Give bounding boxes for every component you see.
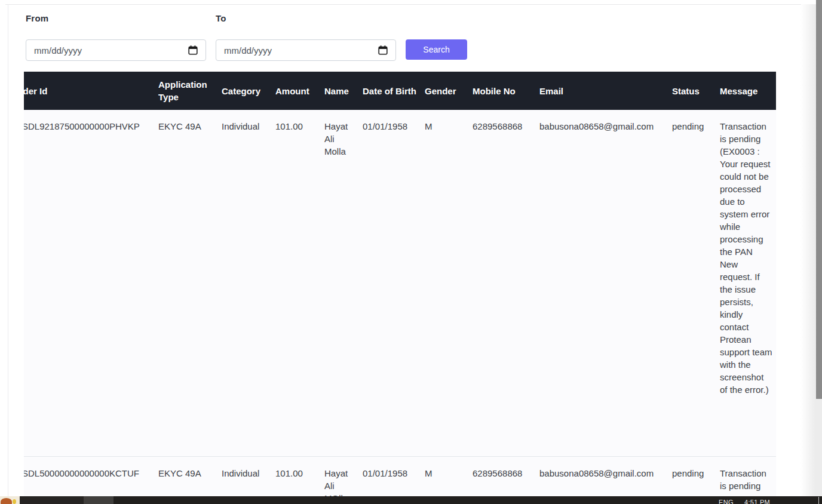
column-header-email: Email [538, 85, 670, 97]
column-header-amount: Amount [274, 85, 323, 97]
gender-cell: M [423, 467, 471, 480]
app-icon-accent [13, 499, 16, 504]
column-header-status: Status [670, 85, 718, 97]
to-label: To [216, 13, 226, 23]
column-header-date-of-birth: Date of Birth [361, 85, 423, 97]
name-cell: Hayat Ali Molla [323, 120, 361, 158]
taskbar-app-icon[interactable] [0, 496, 20, 504]
date-of-birth-cell: 01/01/1958 [361, 120, 423, 133]
from-date-field [26, 39, 206, 61]
mobile-no-cell: 6289568868 [471, 120, 538, 133]
application-type-cell: EKYC 49A [157, 467, 220, 480]
page-card-top-border [5, 4, 801, 5]
column-header-mobile-no: Mobile No [471, 85, 538, 97]
column-header-gender: Gender [423, 85, 471, 97]
date-of-birth-cell: 01/01/1958 [361, 467, 423, 480]
vertical-scrollbar-thumb[interactable] [816, 0, 822, 399]
page-card-left-border [8, 5, 8, 496]
email-cell: babusona08658@gmail.com [538, 120, 670, 133]
show-desktop-divider[interactable] [818, 497, 819, 504]
vertical-scrollbar-track[interactable] [816, 399, 822, 496]
message-cell: Transaction is pending (EX0003 : Your re… [718, 120, 776, 396]
email-cell: babusona08658@gmail.com [538, 467, 670, 480]
category-cell: Individual [220, 120, 274, 133]
app-icon [1, 498, 12, 504]
search-button[interactable]: Search [406, 39, 467, 60]
column-header-category: Category [220, 85, 274, 97]
order-id-cell: SDL50000000000000KCTUF [24, 467, 157, 480]
taskbar-segment [20, 496, 84, 504]
message-cell: Transaction is pending [718, 467, 776, 492]
taskbar[interactable]: ENG 4:51 PM [0, 496, 822, 504]
category-cell: Individual [220, 467, 274, 480]
taskbar-clock[interactable]: 4:51 PM [744, 499, 770, 504]
results-table: Order Id Application Type Category Amoun… [24, 72, 776, 504]
gender-cell: M [423, 120, 471, 133]
column-header-message: Message [718, 85, 776, 97]
calendar-icon[interactable] [188, 45, 198, 55]
column-header-order-id: Order Id [24, 85, 157, 97]
table-header-row: Order Id Application Type Category Amoun… [24, 72, 776, 110]
amount-cell: 101.00 [274, 467, 323, 480]
from-date-input[interactable] [26, 39, 206, 61]
calendar-icon[interactable] [378, 45, 388, 55]
column-header-application-type: Application Type [157, 78, 220, 103]
order-id-cell: SDL92187500000000PHVKP [24, 120, 157, 133]
application-type-cell: EKYC 49A [157, 120, 220, 133]
page-edge-shadow [800, 4, 816, 496]
amount-cell: 101.00 [274, 120, 323, 133]
from-label: From [26, 13, 48, 23]
table-row: SDL92187500000000PHVKP EKYC 49A Individu… [24, 110, 776, 456]
status-cell: pending [670, 120, 718, 133]
to-date-input[interactable] [216, 39, 396, 61]
taskbar-language-indicator[interactable]: ENG [719, 499, 734, 504]
taskbar-active-app-indicator[interactable] [84, 496, 114, 504]
column-header-name: Name [323, 85, 361, 97]
to-date-field [216, 39, 396, 61]
mobile-no-cell: 6289568868 [471, 467, 538, 480]
status-cell: pending [670, 467, 718, 480]
